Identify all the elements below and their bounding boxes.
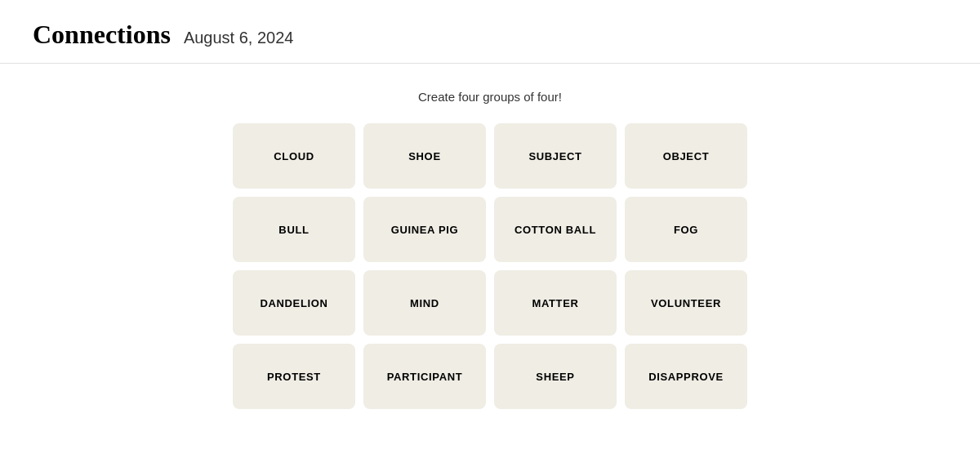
tile-label-7: FOG: [667, 224, 705, 236]
tile-label-8: DANDELION: [253, 297, 334, 309]
tile-label-1: SHOE: [402, 150, 447, 162]
page-date: August 6, 2024: [184, 29, 294, 47]
tile-8[interactable]: DANDELION: [233, 270, 355, 336]
tile-label-10: MATTER: [525, 297, 585, 309]
tile-grid: CLOUDSHOESUBJECTOBJECTBULLGUINEA PIGCOTT…: [233, 123, 747, 409]
tile-label-5: GUINEA PIG: [385, 224, 466, 236]
tile-0[interactable]: CLOUD: [233, 123, 355, 189]
tile-7[interactable]: FOG: [625, 197, 747, 262]
tile-5[interactable]: GUINEA PIG: [363, 197, 486, 262]
tile-label-12: PROTEST: [261, 371, 327, 383]
tile-label-11: VOLUNTEER: [644, 297, 728, 309]
tile-2[interactable]: SUBJECT: [494, 123, 617, 189]
tile-10[interactable]: MATTER: [494, 270, 617, 336]
main-content: Create four groups of four! CLOUDSHOESUB…: [0, 64, 980, 435]
tile-label-4: BULL: [272, 224, 315, 236]
tile-1[interactable]: SHOE: [363, 123, 486, 189]
subtitle: Create four groups of four!: [418, 90, 562, 104]
tile-label-3: OBJECT: [657, 150, 716, 162]
tile-12[interactable]: PROTEST: [233, 344, 355, 409]
page-header: Connections August 6, 2024: [0, 0, 980, 64]
tile-3[interactable]: OBJECT: [625, 123, 747, 189]
tile-14[interactable]: SHEEP: [494, 344, 617, 409]
tile-15[interactable]: DISAPPROVE: [625, 344, 747, 409]
tile-label-2: SUBJECT: [522, 150, 588, 162]
tile-label-14: SHEEP: [529, 371, 581, 383]
tile-label-13: PARTICIPANT: [381, 371, 470, 383]
tile-9[interactable]: MIND: [363, 270, 486, 336]
tile-label-9: MIND: [403, 297, 446, 309]
tile-label-0: CLOUD: [267, 150, 320, 162]
tile-label-15: DISAPPROVE: [642, 371, 730, 383]
tile-13[interactable]: PARTICIPANT: [363, 344, 486, 409]
tile-4[interactable]: BULL: [233, 197, 355, 262]
tile-6[interactable]: COTTON BALL: [494, 197, 617, 262]
tile-11[interactable]: VOLUNTEER: [625, 270, 747, 336]
tile-label-6: COTTON BALL: [508, 224, 603, 236]
page-title: Connections: [33, 20, 171, 50]
